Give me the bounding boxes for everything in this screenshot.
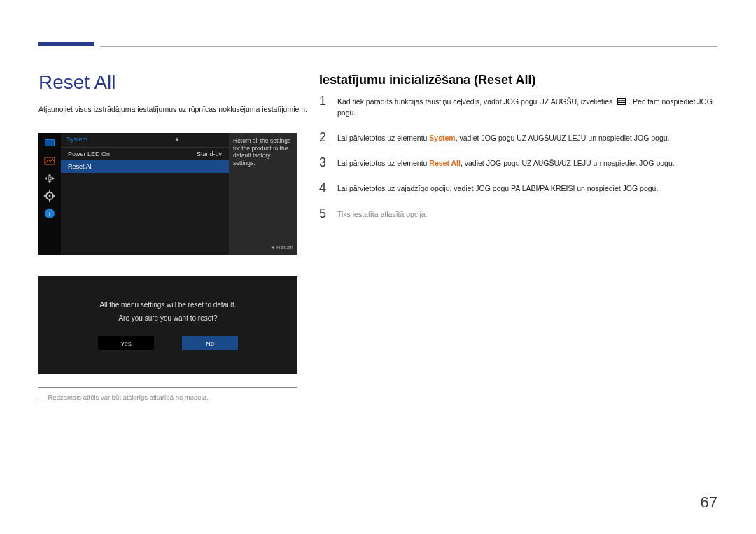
reset-all-keyword: Reset All xyxy=(429,159,461,167)
step-text: Lai pārvietotos uz elementu Reset All, v… xyxy=(337,156,675,169)
svg-rect-15 xyxy=(618,103,625,104)
osd-return-label: Return xyxy=(233,244,293,251)
step-text: Lai pārvietotos uz vajadzīgo opciju, vad… xyxy=(337,181,658,194)
svg-rect-1 xyxy=(46,140,54,146)
step-number: 4 xyxy=(319,181,337,194)
step-4: 4 Lai pārvietotos uz vajadzīgo opciju, v… xyxy=(319,181,718,194)
step-number: 5 xyxy=(319,207,337,220)
gear-icon xyxy=(42,188,57,204)
step-text: Lai pārvietotos uz elementu System, vadi… xyxy=(337,131,670,143)
svg-text:i: i xyxy=(49,210,50,218)
osd-description-panel: Return all the settings for the product … xyxy=(229,133,298,255)
osd-description-text: Return all the settings for the product … xyxy=(233,137,293,167)
step-2: 2 Lai pārvietotos uz elementu System, va… xyxy=(319,131,718,143)
svg-rect-14 xyxy=(618,101,625,101)
up-arrow-icon: ▲ xyxy=(174,136,180,142)
osd-screenshot: i System ▲ Power LED On Stand-by Reset A… xyxy=(38,133,298,255)
osd-row-reset-all: Reset All xyxy=(61,160,229,173)
step-5: 5 Tiks iestatīta atlasītā opcija. xyxy=(319,207,718,220)
osd-row-power-led: Power LED On Stand-by xyxy=(61,148,229,160)
intro-text: Atjaunojiet visus izstrādājuma iestatīju… xyxy=(38,105,307,113)
dialog-message-1: All the menu settings will be reset to d… xyxy=(99,301,236,309)
monitor-icon xyxy=(42,136,57,151)
step-number: 3 xyxy=(319,156,337,169)
step-text: Tiks iestatīta atlasītā opcija. xyxy=(337,207,428,220)
header-rule xyxy=(100,46,718,47)
section-title: Iestatījumu inicializēšana (Reset All) xyxy=(319,73,536,87)
osd-header: System xyxy=(61,133,229,148)
dialog-screenshot: All the menu settings will be reset to d… xyxy=(38,276,298,374)
footnote-text: Redzamais attēls var būt atšķirīgs atkar… xyxy=(48,393,209,401)
osd-sidebar: i xyxy=(38,133,61,255)
steps-list: 1 Kad tiek parādīts funkcijas taustiņu c… xyxy=(319,94,718,232)
step-text: Kad tiek parādīts funkcijas taustiņu ceļ… xyxy=(337,94,718,118)
header-accent-bar xyxy=(38,42,94,46)
no-button[interactable]: No xyxy=(182,336,238,350)
system-keyword: System xyxy=(429,134,455,142)
svg-rect-13 xyxy=(618,99,625,100)
osd-row-label: Power LED On xyxy=(68,150,110,157)
page-title: Reset All xyxy=(38,71,116,94)
footnote-rule xyxy=(38,387,298,388)
yes-button[interactable]: Yes xyxy=(98,336,154,350)
step-1: 1 Kad tiek parādīts funkcijas taustiņu c… xyxy=(319,94,718,118)
svg-point-5 xyxy=(49,195,51,197)
step-number: 2 xyxy=(319,131,337,143)
info-icon: i xyxy=(42,206,57,221)
dialog-message-2: Are you sure you want to reset? xyxy=(118,314,217,322)
picture-icon xyxy=(42,153,57,169)
step-number: 1 xyxy=(319,94,337,107)
footnote: ―Redzamais attēls var būt atšķirīgs atka… xyxy=(38,393,209,401)
page-number: 67 xyxy=(701,493,718,512)
dialog-buttons: Yes No xyxy=(98,336,238,350)
svg-rect-3 xyxy=(48,177,51,180)
footnote-dash: ― xyxy=(38,393,46,401)
osd-row-value: Stand-by xyxy=(197,150,222,157)
menu-icon xyxy=(617,97,626,108)
move-icon xyxy=(42,171,57,186)
step-3: 3 Lai pārvietotos uz elementu Reset All,… xyxy=(319,156,718,169)
osd-body: System ▲ Power LED On Stand-by Reset All xyxy=(61,133,229,255)
osd-row-label: Reset All xyxy=(68,163,93,170)
